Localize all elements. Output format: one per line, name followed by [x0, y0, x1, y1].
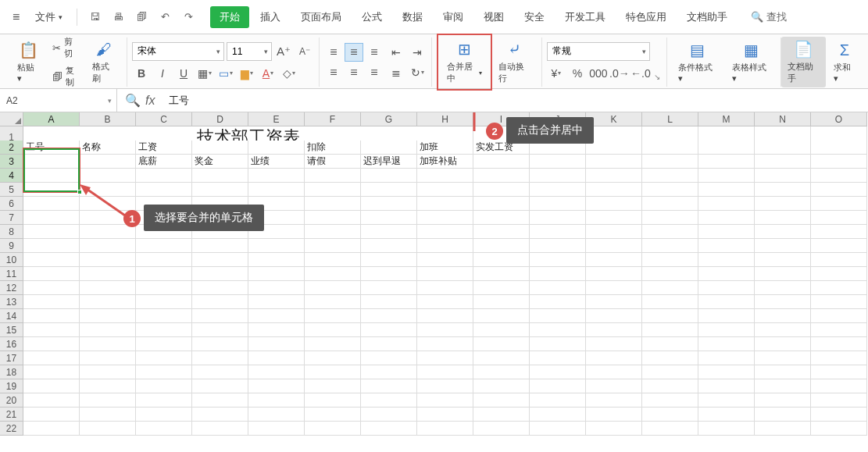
cell[interactable] [417, 309, 473, 323]
cell[interactable] [530, 379, 586, 393]
cell[interactable] [248, 393, 305, 408]
justify-button[interactable]: ≣ [387, 63, 405, 82]
cell[interactable] [698, 267, 755, 281]
cell[interactable] [642, 337, 698, 351]
cell[interactable] [248, 281, 305, 295]
cell[interactable] [473, 211, 530, 225]
cell[interactable] [248, 253, 305, 267]
cell[interactable] [586, 253, 642, 267]
cell[interactable] [305, 239, 361, 253]
cell[interactable] [361, 141, 417, 155]
cell[interactable] [811, 253, 867, 267]
cell[interactable] [192, 141, 248, 155]
cell[interactable] [642, 183, 698, 197]
align-right-button[interactable]: ≡ [365, 63, 384, 82]
cell[interactable] [755, 281, 811, 295]
cell[interactable] [698, 393, 755, 408]
align-left-button[interactable]: ≡ [324, 63, 343, 82]
cell[interactable] [361, 408, 417, 422]
column-header-G[interactable]: G [361, 112, 417, 126]
cell[interactable]: 工资 [136, 141, 192, 155]
row-header-16[interactable]: 16 [0, 337, 23, 351]
column-header-K[interactable]: K [586, 112, 642, 126]
cell[interactable] [80, 365, 136, 379]
increase-font-button[interactable]: A⁺ [274, 42, 293, 61]
cell[interactable] [80, 393, 136, 408]
row-header-6[interactable]: 6 [0, 197, 23, 211]
cell[interactable] [586, 183, 642, 197]
column-header-M[interactable]: M [698, 112, 755, 126]
cell[interactable] [248, 295, 305, 309]
cell[interactable] [361, 323, 417, 337]
orientation-button[interactable]: ↻ [408, 63, 427, 82]
column-header-O[interactable]: O [811, 112, 867, 126]
cell[interactable] [136, 337, 192, 351]
cell[interactable] [417, 422, 473, 436]
cell[interactable] [248, 323, 305, 337]
cell[interactable] [698, 169, 755, 183]
format-painter-button[interactable]: 🖌 格式刷 [86, 37, 122, 87]
font-color-button[interactable]: A [259, 64, 277, 83]
cell[interactable] [530, 323, 586, 337]
cell[interactable] [80, 155, 136, 169]
cell[interactable] [361, 211, 417, 225]
cell[interactable] [473, 393, 530, 408]
tab-view[interactable]: 视图 [474, 6, 513, 28]
row-header-17[interactable]: 17 [0, 351, 23, 365]
cell[interactable]: 加班 [417, 141, 473, 155]
cell[interactable] [586, 211, 642, 225]
cell[interactable] [698, 239, 755, 253]
cell[interactable]: 奖金 [192, 155, 248, 169]
cell[interactable] [136, 351, 192, 365]
number-launcher-icon[interactable]: ↘ [652, 71, 662, 83]
cell[interactable] [530, 337, 586, 351]
cell[interactable] [642, 211, 698, 225]
cell[interactable] [136, 422, 192, 436]
cell[interactable] [755, 337, 811, 351]
cell[interactable] [642, 379, 698, 393]
row-header-4[interactable]: 4 [0, 169, 23, 183]
cell[interactable] [530, 365, 586, 379]
cell[interactable] [530, 253, 586, 267]
cell[interactable] [136, 253, 192, 267]
cell[interactable] [530, 393, 586, 408]
cell[interactable] [755, 225, 811, 239]
underline-button[interactable]: U [174, 64, 193, 83]
cell[interactable] [642, 197, 698, 211]
cell[interactable] [473, 351, 530, 365]
cell[interactable] [248, 267, 305, 281]
cell[interactable] [192, 253, 248, 267]
file-menu-button[interactable]: 文件 ▾ [29, 7, 69, 27]
cell[interactable] [698, 253, 755, 267]
cell[interactable] [642, 323, 698, 337]
cell[interactable]: 名称 [80, 141, 136, 155]
cell[interactable] [530, 295, 586, 309]
cell[interactable] [136, 408, 192, 422]
cell[interactable] [586, 169, 642, 183]
cell[interactable] [642, 408, 698, 422]
cell[interactable] [473, 225, 530, 239]
cell[interactable] [811, 337, 867, 351]
border-button[interactable]: ▦ [195, 64, 214, 83]
cell[interactable] [586, 337, 642, 351]
cell[interactable] [642, 267, 698, 281]
cell[interactable] [305, 337, 361, 351]
cell[interactable] [755, 267, 811, 281]
cell[interactable] [80, 197, 136, 211]
cell[interactable] [248, 408, 305, 422]
cell[interactable] [23, 323, 80, 337]
paste-button[interactable]: 📋 粘贴 ▾ [11, 37, 46, 87]
row-header-11[interactable]: 11 [0, 267, 23, 281]
cell[interactable] [23, 281, 80, 295]
column-header-D[interactable]: D [192, 112, 248, 126]
percent-button[interactable]: % [568, 64, 587, 83]
cell[interactable] [305, 379, 361, 393]
align-center-button[interactable]: ≡ [345, 63, 363, 82]
cell[interactable] [473, 155, 530, 169]
redo-icon[interactable]: ↷ [179, 8, 198, 27]
column-header-B[interactable]: B [80, 112, 136, 126]
cell[interactable] [192, 379, 248, 393]
cell[interactable]: 业绩 [248, 155, 305, 169]
row-header-3[interactable]: 3 [0, 155, 23, 169]
cell[interactable] [698, 351, 755, 365]
